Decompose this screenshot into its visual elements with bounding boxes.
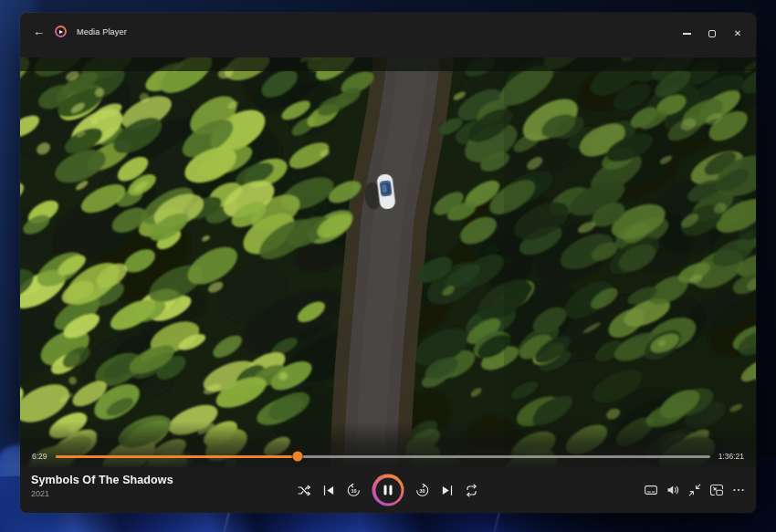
- mini-player-button[interactable]: [707, 480, 727, 500]
- shuffle-button[interactable]: [294, 479, 316, 501]
- seek-progress: [56, 455, 298, 458]
- skip-back-10-icon: 10: [347, 483, 362, 497]
- compact-view-button[interactable]: [685, 480, 705, 500]
- forest-road: [370, 57, 415, 467]
- minimize-icon: [683, 33, 691, 34]
- play-icon: [59, 30, 63, 34]
- back-button[interactable]: ←: [33, 26, 45, 37]
- pause-icon: [383, 485, 386, 495]
- close-button[interactable]: ✕: [725, 24, 750, 44]
- video-frame: [20, 57, 756, 467]
- media-player-window: ← Media Player ✕: [20, 13, 756, 513]
- media-player-app-icon: [55, 26, 67, 37]
- track-title: Symbols Of The Shadows: [31, 474, 173, 486]
- video-canvas[interactable]: 6:29 1:36:21: [20, 57, 756, 467]
- maximize-button[interactable]: [699, 24, 725, 44]
- seek-bar[interactable]: [56, 455, 710, 458]
- captions-icon: [644, 483, 658, 497]
- captions-button[interactable]: [641, 480, 661, 500]
- desktop: ← Media Player ✕: [0, 0, 776, 532]
- svg-text:10: 10: [351, 487, 356, 493]
- shuffle-icon: [298, 483, 312, 497]
- previous-track-icon: [322, 483, 337, 497]
- next-track-icon: [440, 483, 455, 497]
- now-playing: Symbols Of The Shadows 2021: [31, 474, 173, 498]
- pause-button[interactable]: [372, 475, 404, 506]
- mini-player-icon: [709, 483, 724, 497]
- volume-icon: [666, 483, 680, 497]
- close-icon: ✕: [734, 29, 741, 38]
- svg-text:30: 30: [419, 487, 425, 493]
- next-button[interactable]: [436, 479, 458, 501]
- seek-overlay: 6:29 1:36:21: [20, 422, 756, 467]
- repeat-icon: [465, 483, 479, 497]
- more-options-icon: [731, 483, 746, 497]
- more-options-button[interactable]: [729, 480, 749, 500]
- previous-button[interactable]: [319, 479, 341, 501]
- volume-button[interactable]: [663, 480, 683, 500]
- pause-icon: [390, 485, 393, 495]
- secondary-controls: [641, 480, 749, 500]
- skip-back-10-button[interactable]: 10: [343, 479, 365, 501]
- track-year: 2021: [31, 489, 173, 498]
- total-time: 1:36:21: [718, 452, 744, 461]
- app-title: Media Player: [77, 26, 127, 37]
- titlebar[interactable]: ← Media Player ✕: [20, 13, 756, 57]
- compact-view-icon: [687, 483, 702, 497]
- seek-thumb[interactable]: [292, 452, 302, 462]
- playback-controlbar: Symbols Of The Shadows 2021: [20, 467, 756, 513]
- elapsed-time: 6:29: [32, 452, 47, 461]
- window-controls: ✕: [674, 24, 750, 44]
- minimize-button[interactable]: [674, 24, 699, 44]
- skip-forward-30-button[interactable]: 30: [412, 479, 434, 501]
- maximize-icon: [708, 30, 716, 37]
- transport-controls: 10 30: [294, 475, 483, 506]
- repeat-button[interactable]: [461, 479, 483, 501]
- skip-forward-30-icon: 30: [415, 483, 430, 497]
